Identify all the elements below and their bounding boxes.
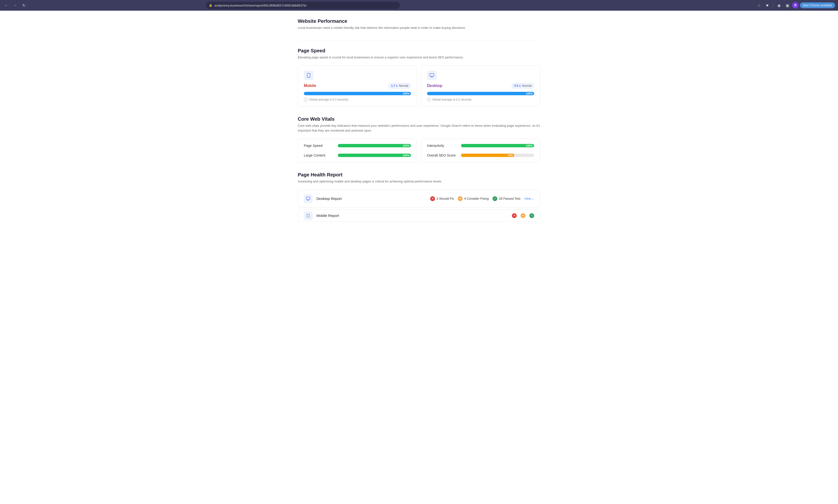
vitals-interactivity-pct: 100%	[526, 144, 533, 147]
should-fix-dot: ✕	[430, 196, 435, 201]
page-speed-cards-row: Mobile 1.7 s Normal 100% i Global aver	[298, 66, 540, 107]
core-web-vitals-title: Core Web Vitals	[298, 116, 540, 122]
passed-badge: ✓ 18 Passed Test	[492, 196, 520, 201]
desktop-label: Desktop	[427, 84, 442, 88]
consider-fixing-badge: ● 4 Consider Fixing	[458, 196, 489, 201]
mobile-speed-card: Mobile 1.7 s Normal 100% i Global aver	[298, 66, 417, 107]
chevron-down-icon: ⌄	[531, 197, 534, 200]
mobile-time: 1.7 s	[391, 84, 398, 88]
passed-dot: ✓	[492, 196, 497, 201]
mobile-should-fix-badge: ✕	[512, 213, 517, 218]
page-content: Website Performance Local businesses nee…	[0, 11, 838, 504]
vitals-seo-label: Overall SEO Score	[427, 154, 461, 157]
vitals-seo-fill: 73%	[461, 154, 514, 157]
tab-icon[interactable]: ▣	[784, 2, 791, 9]
page-speed-desc: Elevating page speed is crucial for loca…	[298, 55, 540, 60]
vitals-large-content-track: 100%	[338, 154, 411, 157]
desktop-progress-fill: 100%	[427, 92, 534, 95]
desktop-report-badges: ✕ 2 Should Fix ● 4 Consider Fixing ✓ 18 …	[430, 196, 534, 201]
desktop-progress-label: 100%	[526, 92, 533, 95]
vitals-right-card: Interactivity 100% Overall SEO Score 73%	[421, 139, 540, 162]
svg-rect-2	[430, 74, 434, 76]
consider-fixing-dot: ●	[458, 196, 462, 201]
url-text: analyzemy.business/#/share/report/65c369…	[214, 4, 307, 7]
forward-button[interactable]: →	[12, 2, 18, 9]
vitals-page-speed-pct: 100%	[403, 144, 409, 147]
vitals-page-speed-label: Page Speed	[304, 144, 338, 147]
address-bar[interactable]: 🔒 analyzemy.business/#/share/report/65c3…	[206, 2, 400, 9]
mobile-report-icon	[304, 211, 313, 220]
website-performance-title: Website Performance	[298, 18, 540, 24]
desktop-card-header: Desktop 0.5 s Normal	[427, 83, 534, 88]
desktop-avg-text: Global average is 0.2 seconds	[432, 98, 471, 101]
vitals-large-content-fill: 100%	[338, 154, 411, 157]
main-container: Website Performance Local businesses nee…	[293, 11, 545, 246]
view-link[interactable]: View ⌄	[524, 197, 534, 200]
new-chrome-button[interactable]: New Chrome available	[800, 2, 835, 8]
vitals-interactivity-track: 100%	[461, 144, 534, 147]
vitals-row-large-content: Large Content 100%	[304, 154, 411, 157]
desktop-report-icon	[304, 194, 313, 203]
vitals-seo-pct: 73%	[507, 154, 513, 157]
page-health-section: Page Health Report Assessing and optimiz…	[298, 172, 540, 222]
consider-fixing-text: 4 Consider Fixing	[464, 197, 489, 200]
desktop-time: 0.5 s	[514, 84, 521, 88]
desktop-speed-badge: 0.5 s Normal	[512, 83, 534, 88]
info-icon-2: i	[427, 98, 431, 102]
mobile-speed-badge: 1.7 s Normal	[388, 83, 411, 88]
avatar: R	[792, 2, 799, 8]
vitals-large-content-label: Large Content	[304, 154, 338, 157]
mobile-progress-fill: 100%	[304, 92, 411, 95]
desktop-global-avg: i Global average is 0.2 seconds	[427, 98, 534, 102]
desktop-progress-track: 100%	[427, 92, 534, 95]
mobile-progress-label: 100%	[403, 92, 409, 95]
vitals-interactivity-label: Interactivity	[427, 144, 461, 147]
browser-right-icons: ☆ ■ ◉ ▣ R New Chrome available	[755, 2, 835, 9]
view-label: View	[524, 197, 531, 200]
desktop-speed-card: Desktop 0.5 s Normal 100% i Global ave	[421, 66, 540, 107]
vitals-row-seo: Overall SEO Score 73%	[427, 154, 534, 157]
info-icon: i	[304, 98, 308, 102]
desktop-icon	[427, 71, 437, 80]
mobile-passed-badge: ✓	[529, 213, 534, 218]
website-performance-section: Website Performance Local businesses nee…	[298, 18, 540, 30]
desktop-report-title: Desktop Report	[316, 197, 426, 201]
page-health-title: Page Health Report	[298, 172, 540, 178]
svg-rect-8	[307, 214, 309, 217]
extensions-icon[interactable]: ■	[764, 2, 771, 9]
mobile-progress-track: 100%	[304, 92, 411, 95]
should-fix-badge: ✕ 2 Should Fix	[430, 196, 454, 201]
reload-button[interactable]: ↻	[20, 2, 27, 9]
vitals-cards-row: Page Speed 100% Large Content 100%	[298, 139, 540, 162]
mobile-consider-badge: ●	[521, 213, 525, 218]
back-button[interactable]: ←	[3, 2, 10, 9]
svg-rect-5	[307, 197, 310, 200]
browser-chrome: ← → ↻ 🔒 analyzemy.business/#/share/repor…	[0, 0, 838, 11]
passed-text: 18 Passed Test	[499, 197, 520, 200]
vitals-interactivity-fill: 100%	[461, 144, 534, 147]
core-web-vitals-desc: Core web vitals provide key indicators t…	[298, 123, 540, 133]
desktop-report-card: Desktop Report ✕ 2 Should Fix ● 4 Consid…	[298, 190, 540, 208]
mobile-report-title: Mobile Report	[316, 214, 508, 218]
mobile-card-header: Mobile 1.7 s Normal	[304, 83, 411, 88]
page-speed-title: Page Speed	[298, 48, 540, 54]
mobile-passed-dot: ✓	[529, 213, 534, 218]
mobile-global-avg: i Global average is 0.2 seconds	[304, 98, 411, 102]
mobile-rating: Normal	[399, 84, 408, 88]
vitals-page-speed-fill: 100%	[338, 144, 411, 147]
lock-icon: 🔒	[209, 4, 212, 7]
bookmark-icon[interactable]: ☆	[755, 2, 762, 9]
mobile-label: Mobile	[304, 84, 316, 88]
page-speed-section: Page Speed Elevating page speed is cruci…	[298, 48, 540, 107]
vitals-seo-track: 73%	[461, 154, 534, 157]
mobile-icon	[304, 71, 314, 80]
mobile-report-card: Mobile Report ✕ ● ✓	[298, 210, 540, 222]
vitals-large-content-pct: 100%	[403, 154, 409, 157]
page-health-desc: Assessing and optimizing mobile and desk…	[298, 179, 540, 184]
vitals-page-speed-track: 100%	[338, 144, 411, 147]
vitals-row-interactivity: Interactivity 100%	[427, 144, 534, 147]
shield-icon[interactable]: ◉	[776, 2, 783, 9]
core-web-vitals-section: Core Web Vitals Core web vitals provide …	[298, 116, 540, 162]
mobile-report-badges: ✕ ● ✓	[512, 213, 534, 218]
vitals-row-page-speed: Page Speed 100%	[304, 144, 411, 147]
